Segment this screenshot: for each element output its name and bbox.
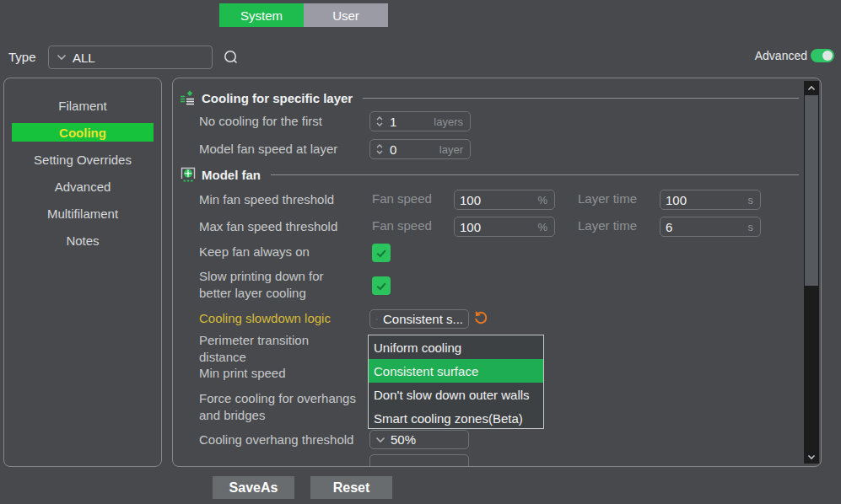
- fan-speed-at-layer-input[interactable]: 0 layer: [369, 139, 471, 159]
- section-cooling-specific-layer: Cooling for specific layer: [180, 88, 799, 107]
- min-layer-time-value: 100: [666, 193, 748, 207]
- type-label: Type: [8, 50, 36, 64]
- settings-panel: Cooling for specific layer No cooling fo…: [172, 78, 822, 467]
- advanced-toggle-group: Advanced: [755, 49, 834, 62]
- type-dropdown-value: ALL: [73, 51, 95, 65]
- model-fan-icon: [180, 166, 197, 183]
- keep-fan-checkbox[interactable]: [372, 244, 391, 262]
- save-as-button[interactable]: SaveAs: [213, 476, 294, 499]
- slowdown-logic-label: Cooling slowdown logic: [199, 310, 331, 327]
- perimeter-transition-label: Perimeter transition distance: [199, 332, 347, 366]
- min-layer-time-sublabel: Layer time: [578, 191, 637, 206]
- undo-icon[interactable]: [473, 310, 488, 325]
- chevron-down-icon: [57, 54, 67, 61]
- slow-printing-label: Slow printing down for better layer cool…: [199, 268, 349, 302]
- popup-option-dont-slow-outer-walls[interactable]: Don't slow down outer walls: [369, 383, 543, 406]
- section-model-fan: Model fan: [180, 165, 799, 184]
- scrollbar-thumb[interactable]: [805, 95, 818, 286]
- fan-speed-at-layer-value: 0: [390, 142, 439, 157]
- max-layer-time-input[interactable]: 6 s: [660, 217, 761, 237]
- sidebar-item-multifilament[interactable]: Multifilament: [12, 204, 154, 223]
- scroll-up-icon[interactable]: [804, 81, 819, 94]
- sidebar-item-setting-overrides[interactable]: Setting Overrides: [12, 150, 154, 169]
- min-layer-time-unit: s: [748, 194, 754, 206]
- scroll-down-icon[interactable]: [804, 450, 819, 464]
- slowdown-logic-popup: Uniform cooling Consistent surface Don't…: [368, 335, 544, 429]
- sidebar-item-advanced[interactable]: Advanced: [12, 177, 154, 196]
- reset-button[interactable]: Reset: [310, 476, 392, 499]
- user-tab-label: User: [332, 8, 359, 23]
- system-tab-button[interactable]: System: [219, 3, 304, 27]
- advanced-label: Advanced: [755, 49, 807, 62]
- section-title: Cooling for specific layer: [202, 91, 353, 105]
- min-print-speed-label: Min print speed: [199, 365, 286, 382]
- clipped-input[interactable]: [369, 454, 469, 467]
- cooling-layers-icon: [180, 89, 197, 106]
- sidebar-item-cooling[interactable]: Cooling: [12, 123, 154, 142]
- system-tab-label: System: [240, 8, 283, 23]
- force-cooling-label: Force cooling for overhangs and bridges: [199, 390, 368, 424]
- no-cooling-unit: layers: [434, 115, 463, 128]
- overhang-threshold-value: 50%: [391, 432, 416, 447]
- keep-fan-label: Keep fan always on: [199, 244, 310, 260]
- type-dropdown[interactable]: ALL: [48, 46, 213, 69]
- sidebar-item-filament[interactable]: Filament: [12, 96, 154, 115]
- fan-speed-at-layer-label: Model fan speed at layer: [199, 141, 337, 158]
- settings-sidebar: Filament Cooling Setting Overrides Advan…: [3, 78, 162, 467]
- panel-scrollbar[interactable]: [804, 81, 819, 464]
- slowdown-logic-value: Consistent s...: [383, 312, 463, 326]
- max-fan-threshold-label: Max fan speed threshold: [199, 218, 337, 235]
- fan-speed-at-layer-unit: layer: [439, 143, 463, 156]
- popup-option-uniform-cooling[interactable]: Uniform cooling: [369, 335, 543, 359]
- max-fan-speed-value: 100: [460, 220, 537, 234]
- min-fan-speed-unit: %: [537, 194, 547, 206]
- checkmark-icon: [375, 246, 388, 260]
- search-icon[interactable]: [223, 49, 240, 66]
- spinner-arrows-icon[interactable]: [375, 115, 384, 127]
- user-tab-button[interactable]: User: [304, 3, 388, 27]
- section-divider: [363, 98, 799, 99]
- popup-option-consistent-surface[interactable]: Consistent surface: [369, 359, 543, 383]
- checkmark-icon: [375, 279, 388, 292]
- section-divider: [271, 174, 799, 175]
- toggle-knob: [822, 51, 833, 61]
- overhang-threshold-label: Cooling overhang threshold: [199, 432, 376, 448]
- spinner-arrows-icon[interactable]: [375, 143, 384, 155]
- sidebar-item-notes[interactable]: Notes: [12, 231, 154, 249]
- max-fan-speed-sublabel: Fan speed: [372, 218, 432, 233]
- min-fan-threshold-label: Min fan speed threshold: [199, 191, 334, 208]
- min-layer-time-input[interactable]: 100 s: [660, 190, 761, 210]
- max-layer-time-value: 6: [666, 220, 748, 234]
- slowdown-logic-dropdown[interactable]: Consistent s...: [369, 309, 469, 329]
- max-layer-time-sublabel: Layer time: [578, 218, 637, 233]
- max-layer-time-unit: s: [748, 221, 754, 233]
- max-fan-speed-unit: %: [537, 221, 547, 233]
- section-title: Model fan: [202, 168, 261, 182]
- no-cooling-label: No cooling for the first: [199, 113, 322, 130]
- no-cooling-value: 1: [390, 115, 434, 129]
- no-cooling-input[interactable]: 1 layers: [369, 111, 471, 131]
- chevron-down-icon: [375, 437, 385, 443]
- min-fan-speed-sublabel: Fan speed: [372, 191, 432, 206]
- overhang-threshold-dropdown[interactable]: 50%: [369, 430, 469, 449]
- slow-printing-checkbox[interactable]: [372, 276, 391, 295]
- chevron-down-icon: [375, 316, 378, 323]
- popup-option-smart-cooling-zones[interactable]: Smart cooling zones(Beta): [369, 406, 543, 430]
- min-fan-speed-value: 100: [460, 193, 537, 207]
- max-fan-speed-input[interactable]: 100 %: [454, 217, 555, 237]
- min-fan-speed-input[interactable]: 100 %: [454, 190, 555, 210]
- advanced-toggle[interactable]: [811, 49, 834, 62]
